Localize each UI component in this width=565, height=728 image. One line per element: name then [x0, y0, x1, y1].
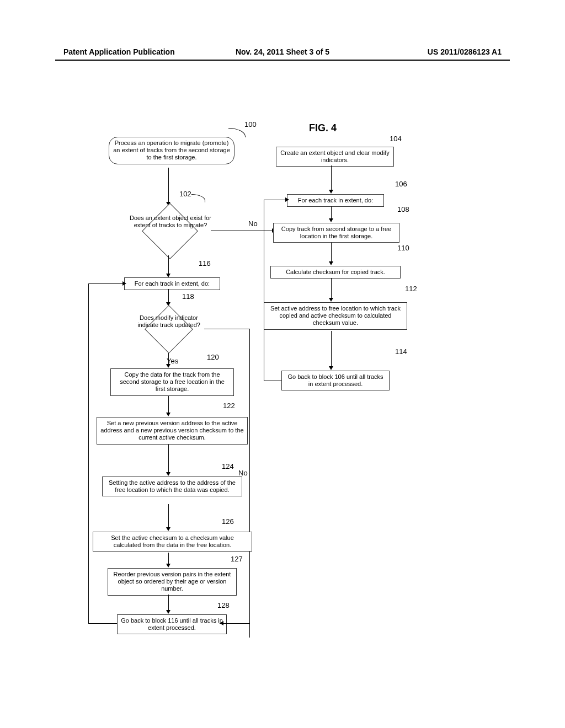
leader-line	[191, 194, 205, 202]
connector	[88, 623, 117, 624]
arrowhead-icon	[166, 274, 170, 277]
block-128: Go back to block 116 until all tracks in…	[117, 614, 227, 634]
block-124: Setting the active address to the addres…	[102, 477, 242, 496]
ref-124: 124	[222, 462, 234, 470]
ref-118: 118	[182, 292, 194, 301]
block-116: For each track in extent, do:	[124, 277, 220, 290]
connector	[168, 553, 169, 565]
decision-118: Does modify indicator indicate track upd…	[132, 304, 204, 353]
label-no-2: No	[238, 469, 248, 477]
decision-102: Does an extent object exist for extent o…	[128, 206, 211, 255]
connector	[88, 283, 89, 623]
connector	[168, 255, 169, 275]
connector	[168, 504, 169, 528]
ref-106: 106	[395, 180, 407, 188]
arrowhead-icon	[166, 527, 170, 531]
ref-122: 122	[223, 402, 235, 410]
connector	[168, 595, 169, 611]
ref-104: 104	[390, 135, 402, 143]
arrowhead-icon	[285, 197, 289, 202]
header-rule	[55, 60, 510, 61]
ref-116: 116	[199, 259, 211, 267]
block-114: Go back to block 106 until all tracks in…	[281, 371, 390, 390]
block-100: Process an operation to migrate (promote…	[109, 137, 234, 164]
ref-120: 120	[207, 353, 219, 361]
connector	[88, 283, 124, 284]
connector	[331, 278, 332, 299]
arrowhead-icon	[166, 413, 170, 416]
arrowhead-icon	[220, 621, 223, 625]
label-no: No	[248, 220, 258, 228]
ref-102: 102	[179, 190, 191, 198]
block-104: Create an extent object and clear modify…	[276, 147, 394, 167]
connector	[168, 445, 169, 473]
arrowhead-icon	[329, 298, 333, 302]
ref-127: 127	[231, 555, 243, 563]
block-120: Copy the data for the track from the sec…	[110, 368, 234, 396]
block-122: Set a new previous version address to th…	[97, 417, 248, 445]
block-108: Copy track from second storage to a free…	[273, 223, 399, 243]
arrowhead-icon	[166, 564, 170, 568]
block-106: For each track in extent, do:	[287, 194, 384, 207]
arrowhead-icon	[329, 190, 333, 194]
ref-108: 108	[397, 205, 409, 213]
connector	[168, 396, 169, 414]
ref-128: 128	[217, 601, 230, 609]
leader-line	[228, 128, 246, 137]
connector	[168, 168, 169, 202]
block-127: Reorder previous version pairs in the ex…	[108, 568, 237, 596]
connector	[264, 381, 281, 381]
arrowhead-icon	[329, 366, 333, 370]
arrowhead-icon	[329, 261, 333, 265]
page: Patent Application Publication Nov. 24, …	[0, 0, 565, 728]
connector	[249, 329, 250, 638]
ref-100: 100	[244, 120, 257, 129]
arrowhead-icon	[166, 610, 170, 614]
ref-126: 126	[222, 517, 234, 526]
connector	[331, 331, 332, 367]
connector	[204, 329, 249, 329]
ref-114: 114	[395, 347, 407, 356]
arrowhead-icon	[329, 218, 333, 222]
block-112: Set active address to free location to w…	[264, 302, 407, 330]
connector	[331, 206, 332, 220]
ref-110: 110	[397, 244, 409, 252]
figure-title: FIG. 4	[309, 122, 337, 134]
connector	[331, 243, 332, 263]
connector	[331, 165, 332, 191]
connector	[264, 200, 287, 200]
ref-112: 112	[405, 285, 417, 293]
header-right: US 2011/0286123 A1	[428, 47, 502, 56]
arrowhead-icon	[166, 472, 170, 476]
arrowhead-icon	[122, 281, 126, 286]
connector	[220, 623, 250, 624]
label-yes: Yes	[167, 357, 178, 365]
block-110: Calculate checksum for copied track.	[270, 266, 401, 279]
connector	[264, 200, 264, 381]
block-126: Set the active checksum to a checksum va…	[93, 532, 252, 552]
